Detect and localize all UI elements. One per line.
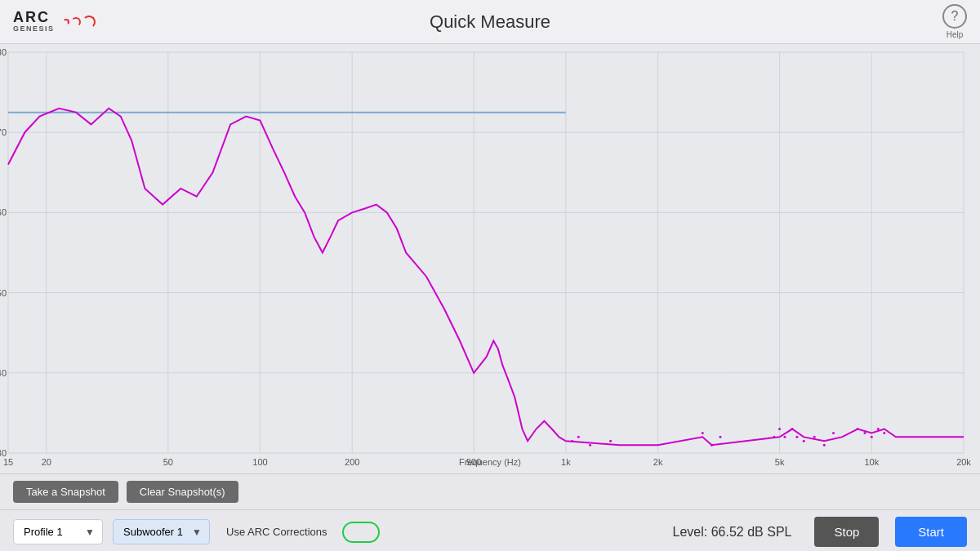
profile-dropdown-wrapper: Profile 1 ▼ bbox=[13, 519, 103, 544]
logo-text: ARC GENESIS bbox=[13, 10, 55, 34]
profile-dropdown[interactable]: Profile 1 bbox=[13, 519, 103, 544]
logo-waves bbox=[63, 16, 96, 29]
logo-arc: ARC bbox=[13, 10, 55, 26]
arc-corrections-toggle[interactable] bbox=[342, 522, 380, 543]
snapshot-row: Take a Snapshot Clear Snapshot(s) bbox=[0, 474, 980, 510]
bottom-bar: Take a Snapshot Clear Snapshot(s) Profil… bbox=[0, 473, 980, 551]
header: ARC GENESIS Quick Measure ? Help bbox=[0, 0, 980, 44]
toggle-slider bbox=[342, 522, 380, 543]
arc-corrections-label: Use ARC Corrections bbox=[226, 526, 327, 538]
level-display: Level: 66.52 dB SPL bbox=[673, 525, 792, 540]
chart-area: Level (dB) Frequency (Hz) bbox=[0, 44, 980, 473]
page-title: Quick Measure bbox=[430, 11, 550, 33]
help-button[interactable]: ? Help bbox=[942, 4, 967, 39]
subwoofer-dropdown[interactable]: Subwoofer 1 bbox=[113, 519, 210, 544]
frequency-chart bbox=[0, 44, 980, 473]
controls-row: Profile 1 ▼ Subwoofer 1 ▼ Use ARC Correc… bbox=[0, 510, 980, 551]
logo-genesis: GENESIS bbox=[13, 25, 55, 33]
help-label: Help bbox=[947, 30, 964, 39]
stop-button[interactable]: Stop bbox=[814, 517, 879, 547]
take-snapshot-button[interactable]: Take a Snapshot bbox=[13, 481, 118, 503]
help-icon: ? bbox=[942, 4, 967, 29]
start-button[interactable]: Start bbox=[895, 517, 967, 547]
subwoofer-dropdown-wrapper: Subwoofer 1 ▼ bbox=[113, 519, 210, 544]
x-axis-label: Frequency (Hz) bbox=[459, 457, 521, 467]
logo: ARC GENESIS bbox=[13, 10, 96, 34]
clear-snapshot-button[interactable]: Clear Snapshot(s) bbox=[127, 481, 238, 503]
